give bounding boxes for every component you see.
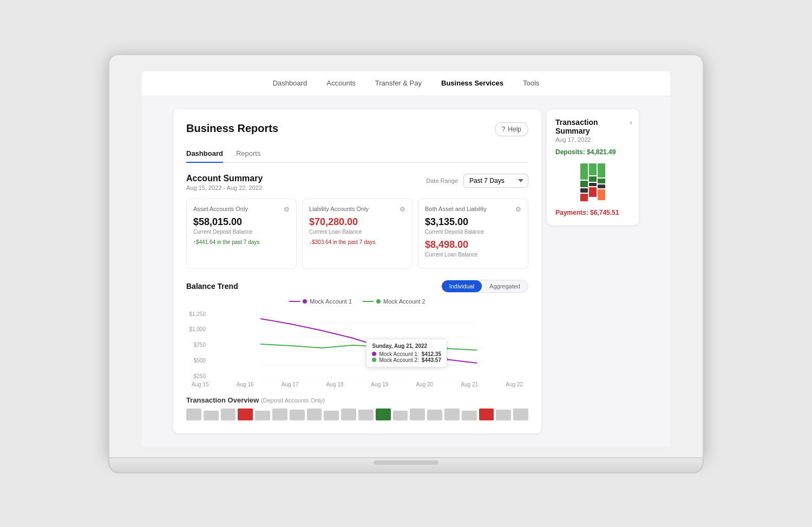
trans-bar-11: [358, 410, 374, 420]
nav-item-tools[interactable]: Tools: [513, 71, 549, 96]
transaction-bars: [186, 409, 528, 420]
mini-bar-dark-1: [580, 188, 588, 193]
legend-label-account2: Mock Account 2: [383, 298, 425, 305]
chart-tooltip: Sunday, Aug 21, 2022 Mock Account 1: $41…: [366, 339, 447, 367]
liability-amount: $70,280.00: [309, 216, 405, 228]
summary-card-liability: Liability Accounts Only ⚙ $70,280.00 Cur…: [302, 199, 412, 269]
asset-gear-icon[interactable]: ⚙: [284, 206, 290, 213]
tooltip-account1-label: Mock Account 1:: [379, 351, 418, 357]
trans-bar-12-green: [376, 409, 391, 420]
toggle-individual[interactable]: Individual: [442, 280, 482, 292]
chart-area-wrapper: Sunday, Aug 21, 2022 Mock Account 1: $41…: [209, 309, 528, 381]
account-summary-info: Account Summary Aug 15, 2022 - Aug 22, 2…: [186, 174, 263, 191]
both-loan-label: Current Loan Balance: [425, 252, 521, 258]
tooltip-account2-label: Mock Account 2:: [379, 357, 418, 363]
date-range-container: Date Range Past 7 Days Past 30 Days Past…: [426, 174, 528, 188]
tooltip-account1-value: $412.35: [422, 351, 441, 357]
mini-bar-green-3: [598, 163, 605, 177]
liability-card-title: Liability Accounts Only: [309, 206, 369, 212]
transaction-overview-section: Transaction Overview (Deposit Accounts O…: [186, 396, 528, 420]
mini-bar-col-2: [589, 163, 597, 201]
balance-trend-section: Balance Trend Individual Aggregated: [186, 280, 528, 387]
mini-bar-red-2: [589, 187, 597, 197]
tooltip-account2: Mock Account 2: $443.57: [372, 357, 441, 363]
nav-item-dashboard[interactable]: Dashboard: [263, 71, 317, 96]
help-button[interactable]: ? Help: [495, 122, 528, 136]
date-range-select[interactable]: Past 7 Days Past 30 Days Past 90 Days: [463, 174, 528, 188]
mini-bar-col-3: [598, 163, 605, 201]
trans-summary-date: Aug 17, 2022: [555, 136, 630, 143]
asset-amount: $58,015.00: [193, 216, 290, 228]
laptop-screen: Dashboard Accounts Transfer & Pay Busine…: [142, 71, 670, 446]
balance-trend-title: Balance Trend: [186, 282, 238, 291]
summary-card-liability-header: Liability Accounts Only ⚙: [309, 206, 405, 213]
tooltip-date: Sunday, Aug 21, 2022: [372, 343, 441, 349]
transaction-overview-title-text: Transaction Overview: [186, 396, 259, 404]
trans-bar-10: [341, 409, 356, 420]
liability-balance-label: Current Loan Balance: [309, 229, 405, 235]
mini-bar-green-2: [589, 163, 597, 175]
mini-bar-darkgreen-1: [580, 181, 588, 187]
asset-change: ↑$441.64 in the past 7 days: [193, 239, 290, 245]
tab-dashboard[interactable]: Dashboard: [186, 145, 223, 163]
transaction-overview-title: Transaction Overview (Deposit Accounts O…: [186, 396, 528, 404]
legend-label-account1: Mock Account 1: [310, 298, 352, 305]
trans-deposits: Deposits: $4,821.49: [555, 148, 630, 156]
balance-trend-header: Balance Trend Individual Aggregated: [186, 280, 528, 293]
trans-bar-1: [186, 409, 201, 420]
chart-container: $1,250 $1,000 $750 $500 $250: [186, 309, 528, 381]
trans-bar-19: [496, 410, 511, 420]
content-wrapper: Business Reports ? Help Dashboard Report…: [173, 109, 639, 433]
trans-bar-4-red: [238, 409, 253, 420]
asset-card-title: Asset Accounts Only: [193, 206, 248, 212]
tabs: Dashboard Reports: [186, 145, 528, 163]
both-card-title: Both Asset and Liability: [425, 206, 487, 212]
trans-payments: Payments: $6,745.51: [555, 209, 630, 216]
nav-item-business-services[interactable]: Business Services: [431, 71, 513, 96]
account-summary-date: Aug 15, 2022 - Aug 22, 2022: [186, 185, 263, 191]
trans-bar-3: [221, 409, 236, 420]
liability-gear-icon[interactable]: ⚙: [400, 206, 405, 213]
help-label: Help: [508, 126, 521, 133]
chart-legend: Mock Account 1 Mock Account 2: [186, 298, 528, 305]
nav-item-transfer-pay[interactable]: Transfer & Pay: [365, 71, 431, 96]
trans-bar-2: [204, 411, 219, 420]
legend-account1: Mock Account 1: [289, 298, 352, 305]
account-summary-title: Account Summary: [186, 174, 263, 183]
summary-card-both-header: Both Asset and Liability ⚙: [425, 206, 521, 213]
tooltip-account1: Mock Account 1: $412.35: [372, 351, 441, 357]
mini-bars: [555, 163, 630, 201]
laptop-base: [108, 458, 704, 473]
main-content: Business Reports ? Help Dashboard Report…: [142, 96, 670, 446]
summary-cards: Asset Accounts Only ⚙ $58,015.00 Current…: [186, 199, 528, 269]
asset-balance-label: Current Deposit Balance: [193, 229, 290, 235]
deposits-value: $4,821.49: [587, 148, 615, 156]
nav-item-accounts[interactable]: Accounts: [317, 71, 365, 96]
nav-bar: Dashboard Accounts Transfer & Pay Busine…: [142, 71, 670, 96]
account-summary-header: Account Summary Aug 15, 2022 - Aug 22, 2…: [186, 174, 528, 191]
both-gear-icon[interactable]: ⚙: [515, 206, 521, 213]
legend-line-account2: [363, 301, 374, 302]
date-range-label: Date Range: [426, 177, 458, 184]
tab-reports[interactable]: Reports: [236, 145, 261, 163]
page-title: Business Reports: [186, 122, 278, 135]
legend-account2: Mock Account 2: [363, 298, 425, 305]
summary-card-both: Both Asset and Liability ⚙ $3,135.00 Cur…: [418, 199, 528, 269]
legend-dot-account1: [303, 299, 307, 304]
toggle-aggregated[interactable]: Aggregated: [482, 280, 528, 292]
chart-x-labels: Aug 15 Aug 16 Aug 17 Aug 18 Aug 19 Aug 2…: [186, 381, 528, 387]
help-circle-icon: ?: [502, 126, 506, 133]
tooltip-account2-value: $443.57: [422, 357, 441, 363]
mini-bar-col-1: [580, 163, 588, 201]
transaction-summary-panel: › Transaction Summary Aug 17, 2022 Depos…: [547, 109, 639, 225]
trans-bar-9: [324, 411, 339, 420]
both-deposit-amount: $3,135.00: [425, 216, 521, 228]
main-card: Business Reports ? Help Dashboard Report…: [173, 109, 541, 433]
transaction-overview-subtitle: (Deposit Accounts Only): [261, 397, 325, 404]
mini-bar-darkgreen-3: [598, 179, 605, 183]
trans-bar-13: [393, 411, 408, 420]
laptop-wrapper: Dashboard Accounts Transfer & Pay Busine…: [108, 54, 704, 473]
chevron-right-icon[interactable]: ›: [630, 118, 632, 127]
y-axis-labels: $1,250 $1,000 $750 $500 $250: [186, 309, 209, 381]
liability-change: ↓$303.64 in the past 7 days: [309, 239, 405, 245]
